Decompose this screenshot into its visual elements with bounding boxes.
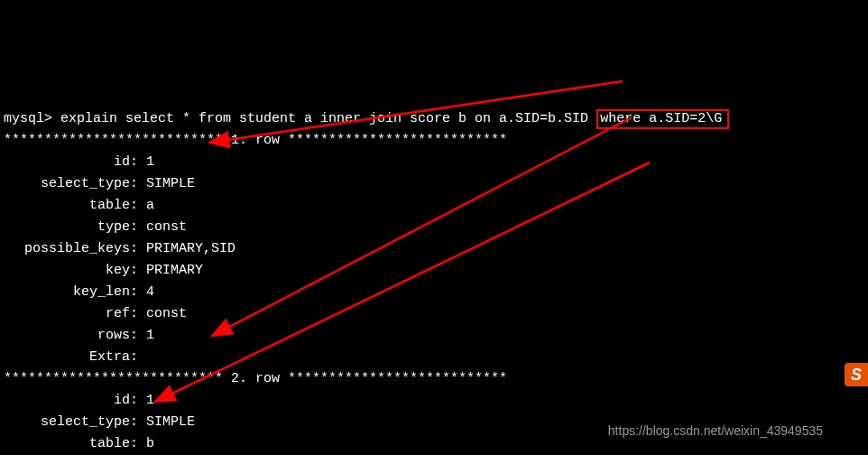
row1-key: key: PRIMARY: [4, 263, 203, 278]
row1-table: table: a: [4, 198, 154, 213]
row1-ref: ref: const: [4, 306, 187, 321]
row2-select_type: select_type: SIMPLE: [4, 414, 195, 430]
row2-id: id: 1: [4, 393, 154, 408]
label-id: id: [4, 152, 130, 173]
row1-Extra: Extra:: [4, 349, 146, 365]
row1-rows: rows: 1: [4, 328, 154, 343]
row-2-header: *************************** 2. row *****…: [4, 371, 507, 386]
row2-table: table: b: [4, 436, 154, 451]
csdn-badge-icon: S: [845, 363, 868, 386]
row1-id: id: 1: [4, 154, 154, 170]
row-1-header: *************************** 1. row *****…: [4, 133, 507, 148]
sql-command-main: explain select * from student a inner jo…: [60, 111, 596, 126]
watermark-text: https://blog.csdn.net/weixin_43949535: [608, 421, 823, 441]
sql-where-clause-highlight: where a.SID=2\G: [596, 109, 729, 129]
mysql-prompt: mysql> explain select * from student a i…: [4, 111, 729, 126]
prompt-prefix: mysql>: [4, 111, 60, 126]
row1-select_type: select_type: SIMPLE: [4, 176, 195, 191]
row1-possible_keys: possible_keys: PRIMARY,SID: [4, 241, 235, 256]
terminal-output: mysql> explain select * from student a i…: [0, 87, 868, 455]
row1-type: type: const: [4, 219, 187, 235]
row1-key_len: key_len: 4: [4, 284, 154, 300]
